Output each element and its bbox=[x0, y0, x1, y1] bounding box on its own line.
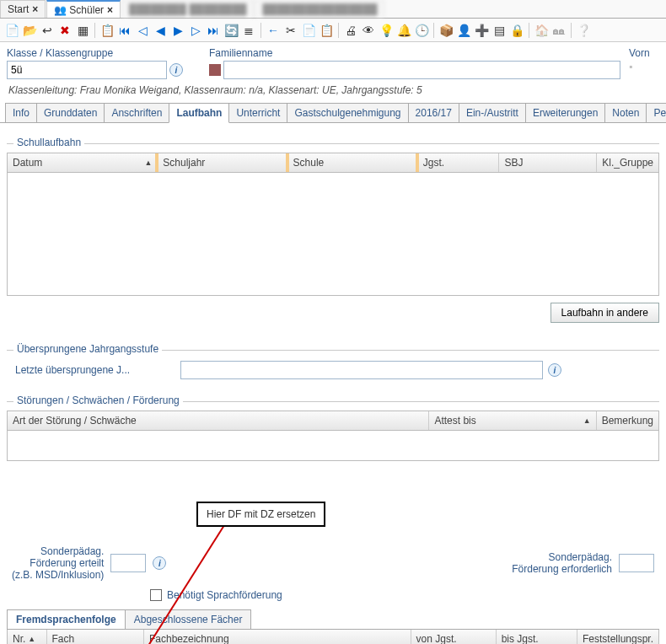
bell-icon[interactable]: 🔔 bbox=[395, 22, 412, 39]
lock-icon[interactable]: 🔒 bbox=[508, 22, 525, 39]
tab-gastschulgenehmigung[interactable]: Gastschulgenehmigung bbox=[287, 103, 408, 122]
print-icon[interactable]: 🖨 bbox=[342, 22, 359, 39]
info-icon[interactable]: i bbox=[169, 63, 183, 77]
list-icon[interactable]: ≣ bbox=[240, 22, 257, 39]
col-sbj[interactable]: SBJ bbox=[499, 153, 597, 172]
tab-start[interactable]: Start × bbox=[0, 0, 46, 18]
info-icon[interactable]: i bbox=[153, 556, 166, 570]
close-icon[interactable]: × bbox=[107, 4, 113, 16]
sort-asc-icon: ▲ bbox=[28, 635, 35, 643]
tab-abgeschlossene[interactable]: Abgeschlossene Fächer bbox=[125, 609, 252, 629]
vorname-label: Vorn bbox=[629, 47, 659, 59]
tab-erweiterungen[interactable]: Erweiterungen bbox=[525, 103, 605, 122]
tab-anschriften[interactable]: Anschriften bbox=[104, 103, 169, 122]
tab-schueler[interactable]: 👥 Schüler × bbox=[46, 0, 121, 18]
klasse-input[interactable] bbox=[7, 61, 167, 79]
delete-icon[interactable]: ✖ bbox=[56, 22, 73, 39]
undo-icon[interactable]: ↩ bbox=[39, 22, 56, 39]
col-schule[interactable]: Schule bbox=[288, 153, 418, 172]
sort-asc-icon: ▲ bbox=[144, 158, 152, 167]
separator bbox=[529, 23, 529, 38]
tab-hidden-1[interactable]: ████████ ████████ bbox=[121, 0, 254, 18]
schullaufbahn-grid[interactable]: Datum ▲ Schuljahr Schule Jgst. SBJ Kl._G… bbox=[7, 153, 659, 296]
clipboard-icon[interactable]: 📋 bbox=[99, 22, 115, 39]
open-icon[interactable]: 📂 bbox=[21, 22, 38, 39]
col-schuljahr[interactable]: Schuljahr bbox=[158, 153, 287, 172]
back-icon[interactable]: ← bbox=[265, 22, 282, 39]
col-fach[interactable]: Fach bbox=[47, 630, 144, 644]
class-meta-line: Klassenleitung: Frau Monika Weigand, Kla… bbox=[0, 83, 666, 103]
col-attest[interactable]: Attest bis ▲ bbox=[429, 411, 596, 430]
info-icon[interactable]: i bbox=[548, 363, 561, 377]
col-nr[interactable]: Nr. ▲ bbox=[8, 630, 47, 644]
tab-label: Start bbox=[8, 3, 29, 15]
group-title: Störungen / Schwächen / Förderung bbox=[13, 394, 183, 406]
tab-person[interactable]: Person bbox=[646, 103, 666, 122]
foerderung-erteilt-input[interactable] bbox=[110, 554, 146, 572]
stoerungen-grid[interactable]: Art der Störung / Schwäche Attest bis ▲ … bbox=[7, 411, 659, 461]
separator bbox=[338, 23, 339, 38]
prev-fast-icon[interactable]: ◁ bbox=[134, 22, 151, 39]
laufbahn-transfer-button[interactable]: Laufbahn in andere bbox=[551, 303, 659, 323]
grid-body-empty bbox=[8, 173, 658, 291]
tab-ein-austritt[interactable]: Ein-/Austritt bbox=[459, 103, 526, 122]
tab-label: ████████ ████████ bbox=[129, 3, 246, 15]
uebersprungen-group: Übersprungene Jahrgangsstufe Letzte über… bbox=[7, 336, 659, 381]
help-icon[interactable]: ❔ bbox=[575, 22, 592, 39]
new-icon[interactable]: 📄 bbox=[3, 22, 20, 39]
familienname-input[interactable] bbox=[223, 61, 620, 79]
fremdsprachen-grid[interactable]: Nr. ▲ Fach Fachbezeichnung von Jgst. bis… bbox=[7, 630, 659, 644]
klasse-label: Klasse / Klassengruppe bbox=[7, 47, 201, 59]
tab-info[interactable]: Info bbox=[5, 103, 37, 122]
bulb-icon[interactable]: 💡 bbox=[378, 22, 395, 39]
next-icon[interactable]: ▶ bbox=[169, 22, 186, 39]
erforderlich-label-1: Sonderpädag. bbox=[512, 551, 612, 563]
col-klgruppe[interactable]: Kl._Gruppe bbox=[597, 153, 658, 172]
separator bbox=[433, 23, 434, 38]
top-document-tabs: Start × 👥 Schüler × ████████ ████████ ██… bbox=[0, 0, 666, 19]
close-icon[interactable]: × bbox=[32, 3, 38, 15]
blur-icon: ▪ bbox=[629, 61, 632, 72]
tab-2016-17[interactable]: 2016/17 bbox=[408, 103, 459, 122]
col-von-jgst[interactable]: von Jgst. bbox=[411, 630, 497, 644]
clock-icon[interactable]: 🕒 bbox=[413, 22, 430, 39]
uebersprungen-input[interactable] bbox=[180, 361, 543, 379]
cut-icon[interactable]: ✂ bbox=[282, 22, 299, 39]
sprachfoerderung-checkbox[interactable] bbox=[150, 589, 162, 601]
prev-icon[interactable]: ◀ bbox=[152, 22, 169, 39]
paste-icon[interactable]: 📋 bbox=[318, 22, 335, 39]
tab-grunddaten[interactable]: Grunddaten bbox=[36, 103, 105, 122]
stoerungen-group: Störungen / Schwächen / Förderung Art de… bbox=[7, 388, 659, 604]
grid-icon[interactable]: ▤ bbox=[491, 22, 508, 39]
plus-icon[interactable]: ➕ bbox=[473, 22, 490, 39]
refresh-icon[interactable]: 🔄 bbox=[223, 22, 239, 39]
flag-icon bbox=[209, 64, 221, 76]
tab-label: ████████████████ bbox=[262, 3, 377, 15]
eye-icon[interactable]: 👁 bbox=[360, 22, 377, 39]
person-icon[interactable]: 👤 bbox=[455, 22, 472, 39]
col-bis-jgst[interactable]: bis Jgst. bbox=[497, 630, 577, 644]
table-icon[interactable]: ▦ bbox=[74, 22, 91, 39]
sort-asc-icon: ▲ bbox=[583, 416, 591, 425]
tab-noten[interactable]: Noten bbox=[604, 103, 647, 122]
tab-laufbahn[interactable]: Laufbahn bbox=[169, 103, 229, 123]
homes-icon[interactable]: 🏘 bbox=[551, 22, 567, 39]
main-toolbar: 📄 📂 ↩ ✖ ▦ 📋 ⏮ ◁ ◀ ▶ ▷ ⏭ 🔄 ≣ ← ✂ 📄 📋 🖨 👁 … bbox=[0, 19, 666, 42]
col-jgst[interactable]: Jgst. bbox=[418, 153, 500, 172]
col-art[interactable]: Art der Störung / Schwäche bbox=[8, 411, 429, 430]
home-icon[interactable]: 🏠 bbox=[533, 22, 550, 39]
copy-icon[interactable]: 📄 bbox=[300, 22, 317, 39]
col-feststellungspr[interactable]: Feststellungspr. bbox=[577, 630, 658, 644]
col-bemerkung[interactable]: Bemerkung bbox=[597, 411, 658, 430]
col-fachbezeichnung[interactable]: Fachbezeichnung bbox=[144, 630, 411, 644]
col-datum[interactable]: Datum ▲ bbox=[8, 153, 158, 172]
tab-hidden-2[interactable]: ████████████████ bbox=[255, 0, 384, 18]
box-icon[interactable]: 📦 bbox=[438, 22, 454, 39]
tab-fremdsprachenfolge[interactable]: Fremdsprachenfolge bbox=[7, 609, 126, 629]
tab-unterricht[interactable]: Unterricht bbox=[228, 103, 287, 122]
first-icon[interactable]: ⏮ bbox=[116, 22, 133, 39]
last-icon[interactable]: ⏭ bbox=[205, 22, 222, 39]
foerderung-erforderlich-input[interactable] bbox=[619, 554, 654, 572]
group-title: Übersprungene Jahrgangsstufe bbox=[13, 343, 162, 355]
next-fast-icon[interactable]: ▷ bbox=[187, 22, 204, 39]
